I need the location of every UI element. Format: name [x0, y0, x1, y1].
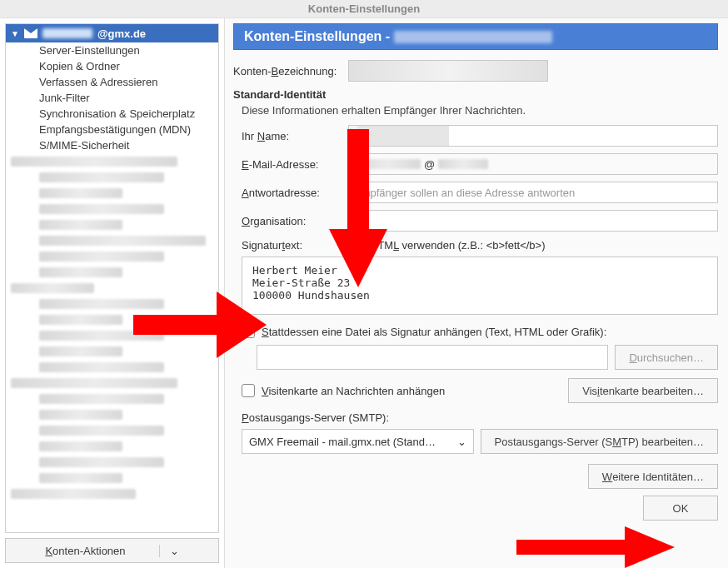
sidebar-item-compose[interactable]: Verfassen & Adressieren [6, 74, 218, 90]
vcard-checkbox-label: Visitenkarte an Nachrichten anhängen [262, 385, 445, 397]
identity-heading: Standard-Identität [233, 88, 718, 101]
file-path-input[interactable] [257, 345, 608, 370]
file-signature-label: Stattdessen eine Datei als Signatur anhä… [262, 326, 606, 338]
redacted-text [42, 28, 92, 38]
page-title: Konten-Einstellungen - [233, 23, 718, 50]
smtp-edit-button[interactable]: Postausgangs-Server (SMTP) bearbeiten… [481, 429, 718, 454]
sidebar-item-sync[interactable]: Synchronisation & Speicherplatz [6, 106, 218, 122]
reply-label: Antwortadresse: [242, 187, 340, 199]
ok-button[interactable]: OK [643, 496, 718, 521]
sidebar-item-junk[interactable]: Junk-Filter [6, 90, 218, 106]
acct-name-input[interactable] [348, 60, 548, 82]
org-label: Organisation: [242, 215, 340, 227]
chevron-down-icon: ⌄ [457, 436, 466, 448]
account-domain: @gmx.de [97, 27, 146, 40]
acct-name-label: Konten-Bezeichnung: [233, 65, 340, 77]
window-title: Konten-Einstellungen [0, 0, 728, 18]
account-row[interactable]: ▼ @gmx.de [6, 24, 218, 42]
account-actions-button[interactable]: Konten-Aktionen ⌄ [5, 538, 219, 563]
org-input[interactable] [348, 210, 718, 232]
browse-button[interactable]: Durchsuchen… [615, 345, 718, 370]
account-actions-label: Konten-Aktionen [45, 545, 125, 557]
vcard-checkbox[interactable] [242, 384, 255, 397]
html-checkbox[interactable]: ✓ [348, 238, 362, 252]
smtp-select[interactable]: GMX Freemail - mail.gmx.net (Stand… ⌄ [242, 429, 474, 454]
smtp-selected-value: GMX Freemail - mail.gmx.net (Stand… [249, 436, 436, 448]
content-pane: Konten-Einstellungen - Konten-Bezeichnun… [225, 18, 728, 568]
chevron-down-icon: ▼ [11, 29, 19, 38]
identity-subtext: Diese Informationen erhalten Empfänger I… [242, 104, 718, 117]
chevron-down-icon: ⌄ [159, 545, 179, 557]
vcard-edit-button[interactable]: Visitenkarte bearbeiten… [568, 378, 718, 403]
sidebar-item-mdn[interactable]: Empfangsbestätigungen (MDN) [6, 122, 218, 137]
html-checkbox-label: HTML verwenden (z.B.: <b>fett</b>) [370, 239, 546, 252]
account-tree: ▼ @gmx.de Server-Einstellungen Kopien & … [5, 23, 219, 533]
file-signature-checkbox[interactable] [242, 325, 255, 338]
sidebar-item-smime[interactable]: S/MIME-Sicherheit [6, 137, 218, 153]
sidebar: ▼ @gmx.de Server-Einstellungen Kopien & … [0, 18, 225, 568]
email-label: E-Mail-Adresse: [242, 158, 340, 171]
smtp-label: Postausgangs-Server (SMTP): [242, 411, 718, 424]
mail-icon [24, 28, 37, 38]
sidebar-item-copies[interactable]: Kopien & Ordner [6, 58, 218, 74]
sidebar-item-server[interactable]: Server-Einstellungen [6, 42, 218, 58]
reply-input[interactable] [348, 182, 718, 203]
name-input[interactable] [348, 125, 718, 147]
sig-label: Signaturtext: [242, 239, 340, 252]
email-input[interactable]: @ [348, 153, 718, 175]
signature-textarea[interactable]: Herbert Meier Meier-Straße 23 100000 Hun… [242, 257, 718, 315]
more-identities-button[interactable]: Weitere Identitäten… [588, 464, 718, 489]
name-label: Ihr Name: [242, 130, 340, 142]
